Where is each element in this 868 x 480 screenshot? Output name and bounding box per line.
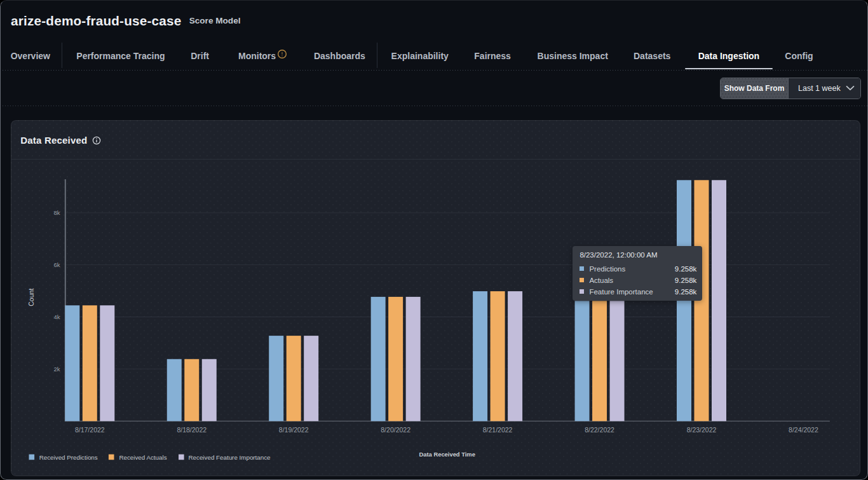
- svg-text:Received Actuals: Received Actuals: [119, 454, 167, 461]
- svg-text:8/22/2022: 8/22/2022: [585, 426, 614, 434]
- svg-text:8/21/2022: 8/21/2022: [483, 426, 513, 434]
- svg-text:8/18/2022: 8/18/2022: [177, 426, 207, 434]
- svg-text:8/24/2022: 8/24/2022: [789, 426, 818, 434]
- svg-text:Data Received Time: Data Received Time: [419, 450, 475, 457]
- svg-text:6k: 6k: [54, 261, 60, 268]
- svg-text:Count: Count: [27, 289, 35, 306]
- svg-text:2k: 2k: [54, 366, 60, 373]
- svg-text:8k: 8k: [54, 209, 60, 216]
- svg-text:Received Feature Importance: Received Feature Importance: [189, 454, 271, 461]
- svg-text:Received Predictions: Received Predictions: [39, 454, 98, 461]
- svg-text:8/23/2022: 8/23/2022: [687, 426, 717, 434]
- svg-text:4k: 4k: [54, 313, 60, 320]
- svg-text:8/20/2022: 8/20/2022: [381, 426, 410, 434]
- svg-text:8/17/2022: 8/17/2022: [75, 426, 105, 434]
- svg-text:8/19/2022: 8/19/2022: [279, 426, 309, 434]
